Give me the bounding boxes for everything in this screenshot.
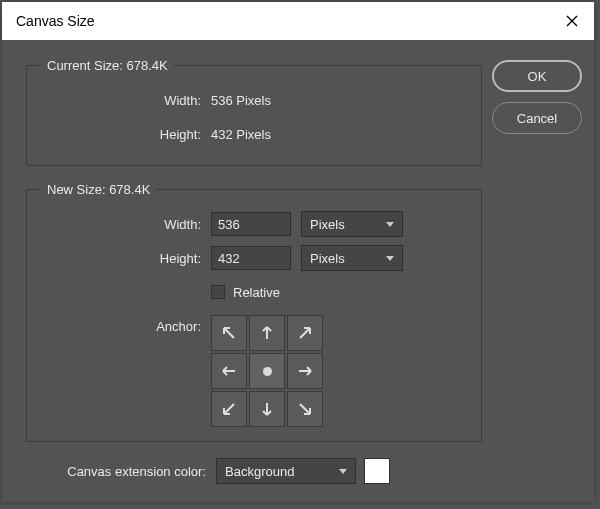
extension-label: Canvas extension color: [26,464,216,479]
main-panel: Current Size: 678.4K Width: 536 Pixels H… [26,58,482,484]
extension-color-select[interactable]: Background [216,458,356,484]
dialog-title: Canvas Size [16,13,95,29]
current-width-label: Width: [41,93,211,108]
relative-checkbox[interactable] [211,285,225,299]
extension-color-swatch[interactable] [364,458,390,484]
titlebar: Canvas Size [2,2,594,40]
chevron-down-icon [339,469,347,474]
new-width-input[interactable] [211,212,291,236]
anchor-w[interactable] [211,353,247,389]
anchor-e[interactable] [287,353,323,389]
current-size-legend: Current Size: 678.4K [41,58,174,73]
chevron-down-icon [386,256,394,261]
anchor-ne[interactable] [287,315,323,351]
chevron-down-icon [386,222,394,227]
anchor-grid [211,315,323,427]
canvas-size-dialog: Canvas Size Current Size: 678.4K Width: … [2,2,594,502]
anchor-s[interactable] [249,391,285,427]
new-height-input[interactable] [211,246,291,270]
close-button[interactable] [564,13,580,29]
new-height-label: Height: [41,251,211,266]
new-size-group: New Size: 678.4K Width: Pixels Height: P… [26,182,482,442]
extension-color-value: Background [225,464,294,479]
anchor-n[interactable] [249,315,285,351]
anchor-se[interactable] [287,391,323,427]
new-width-label: Width: [41,217,211,232]
anchor-nw[interactable] [211,315,247,351]
cancel-button[interactable]: Cancel [492,102,582,134]
relative-label: Relative [233,285,280,300]
anchor-center[interactable] [249,353,285,389]
current-width-value: 536 Pixels [211,93,301,108]
anchor-center-dot [263,367,272,376]
dialog-content: Current Size: 678.4K Width: 536 Pixels H… [2,40,594,502]
anchor-label: Anchor: [41,315,211,334]
anchor-sw[interactable] [211,391,247,427]
current-height-value: 432 Pixels [211,127,301,142]
new-width-unit-select[interactable]: Pixels [301,211,403,237]
new-width-unit-value: Pixels [310,217,345,232]
current-size-group: Current Size: 678.4K Width: 536 Pixels H… [26,58,482,166]
side-panel: OK Cancel [492,58,582,484]
new-size-legend: New Size: 678.4K [41,182,156,197]
current-height-label: Height: [41,127,211,142]
extension-row: Canvas extension color: Background [26,458,482,484]
ok-button[interactable]: OK [492,60,582,92]
new-height-unit-select[interactable]: Pixels [301,245,403,271]
new-height-unit-value: Pixels [310,251,345,266]
